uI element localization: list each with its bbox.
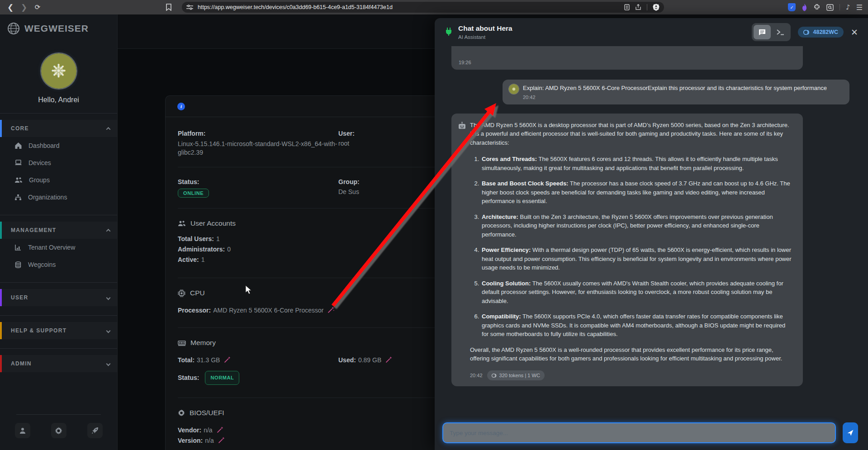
previous-message-bubble: 19:26: [451, 46, 803, 70]
user-avatar: [509, 84, 519, 94]
info-icon[interactable]: i: [177, 103, 185, 110]
cpu-chip-icon: [178, 289, 185, 297]
bios-title: BIOS/UEFI: [190, 409, 224, 417]
sidebar-item-devices[interactable]: Devices: [0, 154, 117, 171]
profile-button[interactable]: [15, 423, 30, 438]
bios-version-label: Version:: [178, 437, 203, 444]
divider: [16, 414, 101, 415]
user-accounts-title: User Accounts: [190, 219, 236, 227]
ai-message-bubble: The AMD Ryzen 5 5600X is a desktop proce…: [451, 114, 803, 387]
memory-title: Memory: [190, 339, 216, 347]
app-logo[interactable]: WEGWEISER: [0, 14, 117, 43]
close-icon[interactable]: ✕: [851, 28, 858, 37]
divider: [0, 348, 117, 349]
section-label: HELP & SUPPORT: [11, 327, 107, 334]
total-users-label: Total Users:: [178, 235, 214, 242]
section-label: MANAGEMENT: [11, 227, 107, 233]
sidebar-item-label: Organizations: [28, 194, 67, 201]
list-item: Cores and Threads: The 5600X features 6 …: [481, 155, 794, 172]
logo-text: WEGWEISER: [24, 23, 89, 34]
ai-explain-wand-icon[interactable]: [223, 356, 231, 364]
back-button[interactable]: ❮: [4, 3, 17, 12]
terminal-icon: [777, 29, 784, 35]
memory-used-label: Used:: [338, 356, 356, 364]
active-value: 1: [201, 256, 205, 263]
url-text[interactable]: https://app.wegweiser.tech/devices/c0a3d…: [198, 4, 624, 10]
reload-button[interactable]: ⟳: [31, 3, 44, 11]
forward-button[interactable]: ❯: [17, 3, 31, 12]
chart-icon: [14, 244, 22, 251]
brave-rewards-icon[interactable]: [653, 4, 659, 11]
chat-panel: Chat about Hera AI Assistant 48282WC ✕ 1…: [435, 18, 868, 450]
user-message-text: Explain: AMD Ryzen 5 5600X 6-Core Proces…: [523, 84, 827, 93]
address-bar[interactable]: https://app.wegweiser.tech/devices/c0a3d…: [182, 2, 664, 13]
chat-message-input[interactable]: [442, 422, 836, 443]
ai-explain-wand-icon[interactable]: [385, 356, 393, 364]
wegcoin-icon: [803, 29, 810, 35]
token-usage-text: 320 tokens | 1 WC: [499, 372, 540, 379]
list-item: Power Efficiency: With a thermal design …: [481, 246, 794, 272]
site-settings-icon[interactable]: [186, 5, 193, 10]
sidebar-item-dashboard[interactable]: Dashboard: [0, 137, 117, 154]
browser-menu-icon[interactable]: ☰: [856, 3, 863, 12]
reader-mode-icon[interactable]: [624, 4, 630, 10]
ai-explain-wand-icon[interactable]: [218, 436, 225, 444]
administrators-label: Administrators:: [178, 246, 225, 253]
sidebar-item-tenant-overview[interactable]: Tenant Overview: [0, 239, 117, 256]
sidebar: WEGWEISER ❊ Hello, Andrei CORE Dashboard…: [0, 14, 118, 450]
sidebar-section-help-support[interactable]: HELP & SUPPORT: [0, 322, 117, 339]
divider: [0, 113, 117, 114]
bios-vendor-label: Vendor:: [178, 426, 201, 434]
settings-button[interactable]: [51, 423, 66, 438]
user-avatar[interactable]: ❊: [41, 53, 76, 89]
flame-extension-icon[interactable]: [802, 4, 807, 11]
extension-puzzle-icon[interactable]: [813, 4, 821, 11]
rocket-icon: [91, 427, 99, 434]
sidebar-item-label: Tenant Overview: [28, 244, 75, 251]
active-label: Active:: [178, 256, 199, 263]
home-icon: [14, 142, 22, 149]
list-item: Compatibility: The 5600X supports PCIe 4…: [481, 312, 794, 339]
section-label: ADMIN: [11, 360, 107, 367]
list-item: Cooling Solution: The 5600X usually come…: [481, 279, 794, 306]
sidebar-item-wegcoins[interactable]: Wegcoins: [0, 256, 117, 273]
browser-toolbar: ❮ ❯ ⟳ https://app.wegweiser.tech/devices…: [0, 0, 868, 14]
divider: [840, 4, 840, 10]
sidebar-item-label: Wegcoins: [28, 261, 56, 268]
chevron-down-icon: [106, 295, 111, 300]
sidebar-item-groups[interactable]: Groups: [0, 171, 117, 189]
chat-bubble-icon: [759, 29, 766, 36]
sidebar-section-management[interactable]: MANAGEMENT: [0, 222, 117, 239]
chevron-down-icon: [106, 328, 111, 333]
chat-mode-button[interactable]: [754, 25, 771, 39]
music-note-icon[interactable]: ♪: [846, 3, 850, 11]
sidebar-section-user[interactable]: USER: [0, 289, 117, 306]
ai-explain-wand-icon[interactable]: [216, 426, 224, 434]
chat-messages[interactable]: 19:26 Explain: AMD Ryzen 5 5600X 6-Core …: [435, 46, 868, 421]
chevron-down-icon: [106, 361, 111, 366]
sidebar-section-core[interactable]: CORE: [0, 120, 117, 137]
plug-icon: [445, 28, 453, 37]
launch-button[interactable]: [87, 423, 103, 438]
processor-label: Processor:: [178, 307, 211, 314]
chat-mode-toggle: [752, 23, 791, 41]
token-coin-icon: [492, 373, 497, 378]
status-badge: ONLINE: [178, 189, 209, 198]
bookmark-icon[interactable]: [162, 4, 175, 11]
sidebar-item-label: Groups: [29, 176, 50, 184]
wegcoin-balance-badge[interactable]: 48282WC: [798, 27, 844, 38]
processor-value: AMD Ryzen 5 5600X 6-Core Processor: [213, 307, 323, 314]
terminal-mode-button[interactable]: [772, 25, 789, 39]
ai-explain-wand-icon[interactable]: [327, 306, 335, 314]
users-icon: [14, 177, 23, 183]
share-icon[interactable]: [635, 4, 641, 10]
send-button[interactable]: [843, 422, 858, 443]
sidebar-section-admin[interactable]: ADMIN: [0, 355, 117, 372]
ai-message-intro: The AMD Ryzen 5 5600X is a desktop proce…: [470, 121, 794, 147]
platform-value: Linux-5.15.146.1-microsoft-standard-WSL2…: [178, 140, 342, 157]
search-box-extension-icon[interactable]: [826, 4, 834, 11]
privacy-shield-extension-icon[interactable]: ✓: [788, 3, 796, 11]
coins-icon: [14, 261, 22, 268]
sidebar-item-organizations[interactable]: Organizations: [0, 189, 117, 206]
sidebar-item-label: Dashboard: [28, 142, 60, 149]
